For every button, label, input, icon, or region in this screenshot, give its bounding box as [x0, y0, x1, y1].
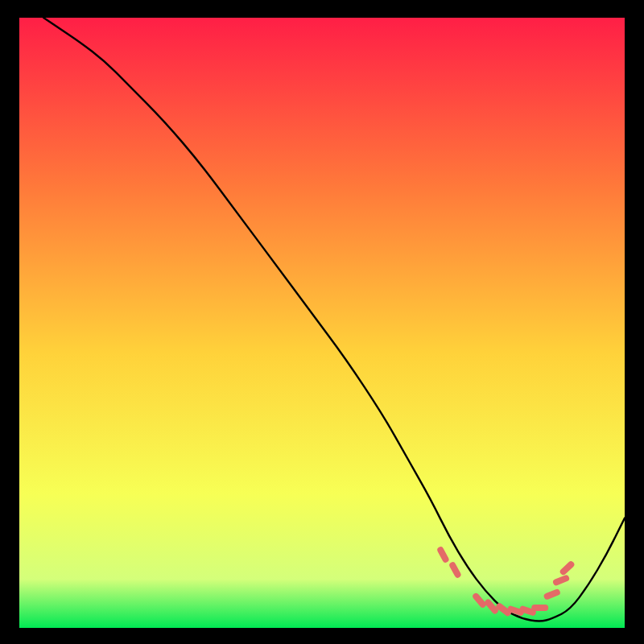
gradient-background [19, 18, 625, 628]
bottleneck-chart [19, 18, 625, 628]
marker-dot [452, 565, 457, 574]
marker-dot [440, 550, 445, 559]
chart-frame: TheBottleneck.com [19, 18, 625, 628]
marker-dot [556, 578, 566, 582]
marker-dot [547, 592, 557, 597]
marker-dot [523, 609, 533, 613]
marker-dot [511, 609, 521, 613]
